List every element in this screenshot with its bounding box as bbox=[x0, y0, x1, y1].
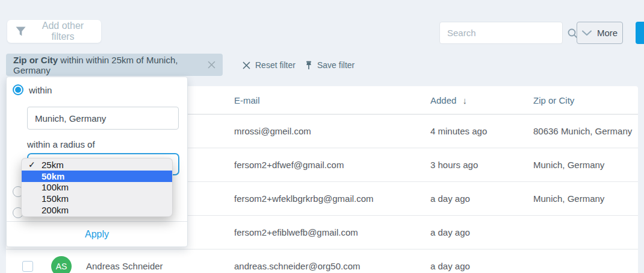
reset-filter-button[interactable]: Reset filter bbox=[243, 59, 296, 71]
dropdown-option-50km[interactable]: 50km bbox=[22, 171, 172, 182]
chevron-down-icon bbox=[582, 30, 592, 36]
row-checkbox[interactable] bbox=[22, 261, 33, 272]
chip-remove-icon[interactable] bbox=[208, 61, 215, 69]
row-added: 4 minutes ago bbox=[430, 126, 533, 136]
search-box bbox=[439, 22, 563, 44]
reset-x-icon bbox=[243, 61, 250, 69]
chip-field-name: Zip or City bbox=[13, 55, 58, 65]
radius-dropdown-menu: ✓ 25km 50km 100km 150km 200km bbox=[21, 158, 173, 217]
active-filter-chip[interactable]: Zip or City within within 25km of Munich… bbox=[6, 54, 223, 76]
more-button[interactable]: More bbox=[577, 22, 623, 44]
filter-funnel-icon bbox=[16, 27, 26, 36]
within-radio[interactable] bbox=[13, 84, 23, 95]
zip-column-header[interactable]: Zip or City bbox=[533, 95, 638, 105]
row-added: a day ago bbox=[430, 227, 533, 237]
row-zip: Munich, Germany bbox=[533, 193, 638, 204]
row-email: fersom2+efiblwefb@gmail.com bbox=[234, 227, 430, 237]
pin-icon bbox=[305, 61, 312, 69]
dropdown-option-label: 50km bbox=[42, 171, 64, 181]
search-input[interactable] bbox=[447, 28, 567, 38]
primary-action-button[interactable] bbox=[636, 22, 644, 44]
row-contact-name[interactable]: Andreas Schneider bbox=[86, 261, 163, 271]
added-header-label: Added bbox=[430, 95, 456, 105]
row-email: fersom2+dfwef@gmail.com bbox=[234, 160, 430, 170]
dropdown-option-25km[interactable]: ✓ 25km bbox=[22, 159, 172, 171]
save-filter-label: Save filter bbox=[317, 60, 355, 70]
within-radio-label: within bbox=[29, 85, 52, 95]
dropdown-option-label: 150km bbox=[42, 193, 69, 204]
sort-descending-icon[interactable]: ↓ bbox=[462, 95, 467, 105]
dropdown-option-200km[interactable]: 200km bbox=[22, 204, 172, 216]
dropdown-option-150km[interactable]: 150km bbox=[22, 193, 172, 204]
dropdown-option-label: 200km bbox=[42, 205, 69, 215]
location-input[interactable] bbox=[27, 107, 179, 130]
table-row[interactable]: AS Andreas Schneider andreas.schneider@o… bbox=[6, 249, 638, 273]
save-filter-button[interactable]: Save filter bbox=[305, 59, 355, 71]
row-email: andreas.schneider@org50.com bbox=[234, 261, 430, 271]
add-other-filters-button[interactable]: Add other filters bbox=[7, 20, 101, 43]
checkmark-icon: ✓ bbox=[28, 160, 36, 169]
email-column-header[interactable]: E-mail bbox=[234, 95, 430, 105]
dropdown-option-100km[interactable]: 100km bbox=[22, 182, 172, 193]
row-zip: 80636 Munich, Germany bbox=[533, 126, 638, 136]
row-email: fersom2+wfeklbgrkrbg@gmail.com bbox=[234, 193, 430, 204]
row-added: 3 hours ago bbox=[430, 160, 533, 170]
radius-label: within a radius of bbox=[27, 139, 95, 149]
chip-text: Zip or City within within 25km of Munich… bbox=[13, 55, 203, 75]
apply-button[interactable]: Apply bbox=[85, 229, 109, 240]
add-other-filters-label: Add other filters bbox=[33, 20, 93, 42]
row-zip: Munich, Germany bbox=[533, 160, 638, 170]
popover-footer: Apply bbox=[7, 221, 187, 246]
contacts-filter-page: Add other filters More Zip or City withi… bbox=[0, 0, 644, 273]
row-email: mrossi@gmeil.com bbox=[234, 126, 430, 136]
reset-filter-label: Reset filter bbox=[255, 60, 296, 70]
more-label: More bbox=[597, 28, 618, 38]
row-added: a day ago bbox=[430, 193, 533, 204]
avatar: AS bbox=[51, 256, 72, 273]
row-added: a day ago bbox=[430, 261, 533, 271]
dropdown-option-label: 100km bbox=[42, 182, 69, 192]
dropdown-option-label: 25km bbox=[42, 160, 64, 170]
added-column-header[interactable]: Added ↓ bbox=[430, 95, 533, 105]
